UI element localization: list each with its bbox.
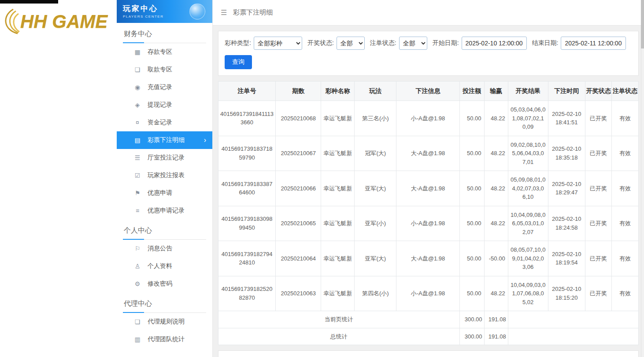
cell-period: 20250210066 bbox=[276, 171, 321, 206]
sidebar-item-label: 资金记录 bbox=[148, 119, 172, 126]
cell-lottery: 幸运飞艇新 bbox=[321, 241, 355, 276]
cell-result: 05,09,08,01,04,02,07,03,06,10 bbox=[508, 171, 548, 206]
deposit-zone-icon: ▦ bbox=[133, 48, 141, 56]
sidebar-item-deposit-zone[interactable]: ▦存款专区 bbox=[117, 43, 212, 61]
sidebar-section-title: 代理中心 bbox=[123, 293, 206, 313]
cell-time: 2025-02-10 18:35:18 bbox=[548, 136, 585, 171]
summary-winlose: 191.08 bbox=[484, 328, 508, 345]
topbar: ☰ 彩票下注明细 bbox=[213, 0, 644, 26]
top-black-bar bbox=[0, 0, 58, 4]
lottery-type-select[interactable]: 全部彩种 bbox=[254, 37, 302, 50]
cell-order_status: 有效 bbox=[611, 136, 638, 171]
header-row: 注单号期数彩种名称玩法下注信息投注额输赢开奖结果下注时间开奖状态注单状态 bbox=[218, 82, 639, 101]
sidebar-item-funds-records[interactable]: ¤资金记录 bbox=[117, 114, 212, 131]
lottery-type-label: 彩种类型: bbox=[225, 39, 251, 47]
cell-lottery: 幸运飞艇新 bbox=[321, 136, 355, 171]
end-date-input[interactable] bbox=[561, 37, 626, 50]
cell-play: 亚军(大) bbox=[355, 241, 396, 276]
order-status-label: 注单状态: bbox=[370, 39, 396, 47]
cell-time: 2025-02-10 18:41:51 bbox=[548, 101, 585, 136]
sidebar: 玩家中心 PLAYERS CENTER 财务中心▦存款专区❏取款专区◉充值记录◈… bbox=[117, 0, 213, 357]
sidebar-item-label: 玩家投注报表 bbox=[148, 171, 185, 179]
table-row: 40156917391827942481020250210064幸运飞艇新亚军(… bbox=[218, 241, 639, 276]
bets-table-body: 40156917391841113366020250210068幸运飞艇新第三名… bbox=[218, 101, 639, 345]
cell-period: 20250210065 bbox=[276, 206, 321, 241]
page-scrollbar[interactable] bbox=[641, 0, 644, 357]
order-status-select[interactable]: 全部 bbox=[399, 37, 427, 50]
sidebar-section-title-text: 财务中心 bbox=[124, 30, 152, 37]
cell-result: 05,03,04,06,01,08,07,02,10,09 bbox=[508, 101, 548, 136]
query-button[interactable]: 查询 bbox=[225, 55, 252, 69]
lottery-type-group: 彩种类型: 全部彩种 bbox=[225, 37, 302, 50]
col-header-5: 投注额 bbox=[459, 82, 484, 101]
scrollbar-thumb[interactable] bbox=[641, 0, 644, 48]
sidebar-item-profile[interactable]: ♙个人资料 bbox=[117, 257, 212, 275]
brand-logo-text: HH GAME bbox=[20, 11, 107, 32]
cell-bet_no: 401569173918252082870 bbox=[218, 276, 276, 311]
messages-icon: ⚐ bbox=[133, 245, 141, 252]
end-date-label: 结束日期: bbox=[532, 39, 559, 47]
menu-toggle-icon[interactable]: ☰ bbox=[221, 8, 227, 17]
cell-draw_status: 已开奖 bbox=[585, 101, 611, 136]
cell-amount: 50.00 bbox=[459, 276, 484, 311]
cell-bet_info: 小-A盘@1.98 bbox=[396, 101, 459, 136]
sidebar-item-promo-apply[interactable]: ⚑优惠申请 bbox=[117, 184, 212, 202]
cell-amount: 50.00 bbox=[459, 241, 484, 276]
brand-logo: HH GAME bbox=[1, 8, 107, 35]
recharge-records-icon: ◉ bbox=[133, 84, 141, 91]
sidebar-item-messages[interactable]: ⚐消息公告 bbox=[117, 240, 212, 257]
cell-bet_no: 401569173918338764600 bbox=[218, 171, 276, 206]
cell-draw_status: 已开奖 bbox=[585, 241, 611, 276]
cell-play: 亚军(小) bbox=[355, 206, 396, 241]
col-header-7: 开奖结果 bbox=[508, 82, 548, 101]
promo-apply-records-icon: ≡ bbox=[133, 207, 141, 214]
summary-row: 当前页统计300.00191.08 bbox=[218, 311, 639, 328]
sidebar-item-label: 存款专区 bbox=[148, 48, 172, 56]
cell-play: 第四名(小) bbox=[355, 276, 396, 311]
cell-bet_info: 小-A盘@1.98 bbox=[396, 276, 459, 311]
profile-icon: ♙ bbox=[133, 263, 141, 270]
cell-bet_no: 401569173918371859790 bbox=[218, 136, 276, 171]
sidebar-item-label: 提现记录 bbox=[148, 101, 172, 109]
sidebar-item-label: 代理团队统计 bbox=[148, 335, 185, 343]
cell-amount: 50.00 bbox=[459, 206, 484, 241]
sidebar-item-agent-team-stats[interactable]: ▥代理团队统计 bbox=[117, 331, 212, 348]
sidebar-item-player-bet-report[interactable]: ☑玩家投注报表 bbox=[117, 167, 212, 184]
col-header-8: 下注时间 bbox=[548, 82, 585, 101]
end-date-group: 结束日期: bbox=[532, 37, 626, 50]
sidebar-item-withdraw-records[interactable]: ◈提现记录 bbox=[117, 96, 212, 114]
sidebar-item-lottery-bet-details[interactable]: ▤彩票下注明细› bbox=[117, 131, 212, 149]
cell-order_status: 有效 bbox=[611, 276, 638, 311]
col-header-6: 输赢 bbox=[484, 82, 508, 101]
sidebar-header: 玩家中心 PLAYERS CENTER bbox=[117, 0, 212, 23]
cell-result: 10,04,09,03,01,07,06,08,05,02 bbox=[508, 276, 548, 311]
cell-result: 10,04,09,08,06,05,03,01,02,07 bbox=[508, 206, 548, 241]
cell-amount: 50.00 bbox=[459, 101, 484, 136]
sidebar-item-label: 取款专区 bbox=[148, 66, 172, 74]
table-row: 40156917391825208287020250210063幸运飞艇新第四名… bbox=[218, 276, 639, 311]
col-header-0: 注单号 bbox=[218, 82, 276, 101]
filter-panel: 彩种类型: 全部彩种 开奖状态: 全部 注单状态: bbox=[218, 31, 639, 76]
sidebar-item-label: 充值记录 bbox=[148, 83, 172, 91]
cell-amount: 50.00 bbox=[459, 171, 484, 206]
cell-period: 20250210067 bbox=[276, 136, 321, 171]
chevron-right-icon: › bbox=[204, 136, 206, 144]
summary-label: 总统计 bbox=[218, 328, 460, 345]
start-date-input[interactable] bbox=[462, 37, 527, 50]
sidebar-item-hall-bet-records[interactable]: ☰厅室投注记录 bbox=[117, 149, 212, 167]
summary-label: 当前页统计 bbox=[218, 311, 460, 328]
sidebar-item-agent-rules[interactable]: ❏代理规则说明 bbox=[117, 313, 212, 331]
bets-table-card: 注单号期数彩种名称玩法下注信息投注额输赢开奖结果下注时间开奖状态注单状态 401… bbox=[218, 81, 639, 345]
sidebar-item-withdraw-zone[interactable]: ❏取款专区 bbox=[117, 61, 212, 78]
sidebar-item-change-password[interactable]: ⚙修改密码 bbox=[117, 275, 212, 293]
table-row: 40156917391830989945020250210065幸运飞艇新亚军(… bbox=[218, 206, 639, 241]
cell-winlose: 48.22 bbox=[484, 136, 508, 171]
sidebar-item-promo-apply-records[interactable]: ≡优惠申请记录 bbox=[117, 202, 212, 219]
app: HH GAME 玩家中心 PLAYERS CENTER 财务中心▦存款专区❏取款… bbox=[0, 0, 644, 357]
cell-winlose: 48.22 bbox=[484, 206, 508, 241]
logo-decoration-arcs bbox=[1, 8, 20, 35]
sidebar-item-recharge-records[interactable]: ◉充值记录 bbox=[117, 78, 212, 96]
cell-lottery: 幸运飞艇新 bbox=[321, 276, 355, 311]
content: 彩种类型: 全部彩种 开奖状态: 全部 注单状态: bbox=[213, 26, 644, 357]
draw-status-select[interactable]: 全部 bbox=[337, 37, 365, 50]
